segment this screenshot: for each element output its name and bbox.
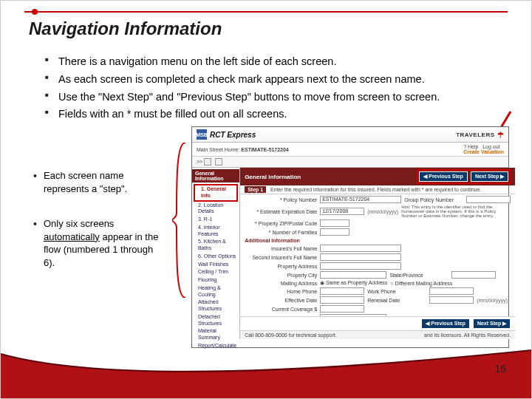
expiration-label: * Estimate Expiration Date <box>245 209 317 214</box>
annotation-text-pre: Only six screens <box>44 218 114 229</box>
step-buttons-bottom: ◀ Previous Step Next Step ▶ <box>421 318 511 329</box>
bullet-item: There is a navigation menu on the left s… <box>45 54 502 70</box>
msb-logo-icon: MSB <box>197 129 207 140</box>
bullet-item: As each screen is completed a check mark… <box>45 72 502 88</box>
main-panel: General Information ◀ Previous Step Next… <box>240 168 515 339</box>
renewal-format: (mm/dd/yyyy) <box>477 298 508 303</box>
crumb-arrows: >> <box>197 159 202 164</box>
insured-field[interactable] <box>320 245 401 252</box>
app-header: MSB RCT Express TRAVELERS ☂ <box>192 127 508 143</box>
nav-item[interactable]: Flooring <box>192 276 239 284</box>
second-insured-field[interactable] <box>320 253 401 261</box>
expiration-field[interactable]: 12/17/2008 <box>320 208 364 215</box>
work-phone-label: Work Phone <box>367 289 426 294</box>
nav-item-active[interactable]: 1. General Info <box>194 184 238 202</box>
footer-curve <box>1 347 531 398</box>
partner-logo: TRAVELERS ☂ <box>456 131 504 139</box>
copyright: and its licensors. All Rights Reserved. <box>424 332 511 338</box>
group-policy-label: Group Policy Number <box>404 197 463 202</box>
policy-number-field[interactable]: ESTIMATE-5172204 <box>320 196 401 203</box>
second-insured-label: Second Insured's Full Name <box>245 255 317 260</box>
coverage-field[interactable] <box>320 305 364 313</box>
home-phone-field[interactable] <box>320 287 364 295</box>
coverage-label: Current Coverage $ <box>245 307 317 312</box>
step-badge: Step 1 <box>245 186 266 193</box>
annotation-six-screens: Only six screens automatically appear in… <box>33 217 166 269</box>
property-city-label: Property City <box>245 273 317 278</box>
partner-name: TRAVELERS <box>456 132 494 138</box>
families-field[interactable] <box>320 228 349 236</box>
nav-item[interactable]: Material Summary <box>192 327 239 342</box>
crumb-icon[interactable] <box>204 158 211 166</box>
slide: Navigation Information There is a naviga… <box>0 0 532 399</box>
effective-date-field[interactable] <box>320 296 364 304</box>
previous-step-button[interactable]: ◀ Previous Step <box>419 171 468 182</box>
work-phone-field[interactable] <box>429 287 474 295</box>
insured-label: Insured's Full Name <box>245 246 317 251</box>
next-step-button[interactable]: Next Step ▶ <box>471 171 508 182</box>
mailing-diff-radio[interactable]: ○ Different Mailing Address <box>390 281 452 286</box>
group-policy-field[interactable] <box>466 196 511 203</box>
hint-text: Hint: This entry is the identifier used … <box>401 205 511 218</box>
property-address-label: Property Address <box>245 264 317 269</box>
app-footer: Call 800-809-0000 for technical support.… <box>240 330 515 339</box>
nav-item[interactable]: Wall Finishes <box>192 261 239 269</box>
nav-item[interactable]: 4. Interior Features <box>192 224 239 239</box>
zip-field[interactable] <box>320 219 349 227</box>
home-phone-label: Home Phone <box>245 289 317 294</box>
nav-item[interactable]: Detached Structures <box>192 313 239 328</box>
next-step-button[interactable]: Next Step ▶ <box>473 318 511 329</box>
main-bullet-list: There is a navigation menu on the left s… <box>45 54 502 124</box>
mailing-label: Mailing Address <box>245 281 317 286</box>
annotation-step: Each screen name represents a "step". <box>33 169 166 195</box>
section-title: General Information <box>245 174 301 180</box>
step-buttons-top: ◀ Previous Step Next Step ▶ <box>417 169 511 184</box>
help-link[interactable]: ? Help <box>463 144 478 149</box>
property-address-field[interactable] <box>320 262 401 270</box>
app-logo: MSB RCT Express <box>197 129 256 140</box>
header-divider <box>24 11 508 13</box>
mailing-same-radio[interactable]: ◉ Same as Property Address <box>320 280 387 286</box>
nav-item[interactable]: Attached Structures <box>192 299 239 313</box>
header-dot-icon <box>32 9 38 15</box>
crumb-icon[interactable] <box>215 158 222 166</box>
expiration-format: (mm/dd/yyyy) <box>367 209 398 214</box>
step-description: Step 1 Enter the required information fo… <box>240 185 515 194</box>
page-number: 16 <box>494 363 506 375</box>
section-bar: General Information ◀ Previous Step Next… <box>240 168 515 185</box>
nav-item[interactable]: 5. Kitchen & Baths <box>192 238 239 253</box>
nav-sidebar: General Information 1. General Info 2. L… <box>192 168 240 339</box>
property-city-field[interactable] <box>320 271 386 279</box>
effective-date-label: Effective Date <box>245 298 317 303</box>
product-name: RCT Express <box>210 131 256 139</box>
nav-header: General Information <box>192 169 239 183</box>
mainstreet-label: Main Street Home: <box>197 147 239 152</box>
nav-item[interactable]: 2. Location Details <box>192 202 239 216</box>
step-desc-text: Enter the required information for this … <box>270 187 481 192</box>
policy-id: ESTIMATE-5172204 <box>241 147 288 152</box>
create-valuation-link[interactable]: Create Valuation <box>463 149 504 154</box>
previous-step-button[interactable]: ◀ Previous Step <box>421 318 470 329</box>
umbrella-icon: ☂ <box>497 131 505 139</box>
page-title: Navigation Information <box>29 18 222 39</box>
nav-item[interactable]: Heating & Cooling <box>192 284 239 299</box>
state-field[interactable] <box>451 271 496 279</box>
support-phone: Call 800-809-0000 for technical support. <box>245 332 337 338</box>
breadcrumb: >> <box>192 157 508 168</box>
form-area: * Policy Number ESTIMATE-5172204 Group P… <box>240 194 515 316</box>
renewal-date-field[interactable] <box>429 296 474 304</box>
side-annotations: Each screen name represents a "step". On… <box>33 169 166 291</box>
nav-item[interactable]: Ceiling / Trim <box>192 268 239 276</box>
logout-link[interactable]: Log out <box>482 144 499 149</box>
additional-info-title: Additional Information <box>245 238 511 243</box>
policy-number-label: * Policy Number <box>245 197 317 202</box>
nav-item[interactable]: 3. R-1 <box>192 216 239 224</box>
zip-label: * Property ZIP/Postal Code <box>245 221 317 226</box>
brace-icon <box>172 143 188 298</box>
app-screenshot: MSB RCT Express TRAVELERS ☂ Main Street … <box>191 126 509 348</box>
state-label: State/Province <box>389 273 449 278</box>
nav-item[interactable]: 6. Other Options <box>192 253 239 261</box>
families-label: * Number of Families <box>245 230 317 235</box>
annotation-text-underline: automatically <box>44 231 100 242</box>
bullet-item: Fields with an * must be filled out on a… <box>45 106 502 123</box>
